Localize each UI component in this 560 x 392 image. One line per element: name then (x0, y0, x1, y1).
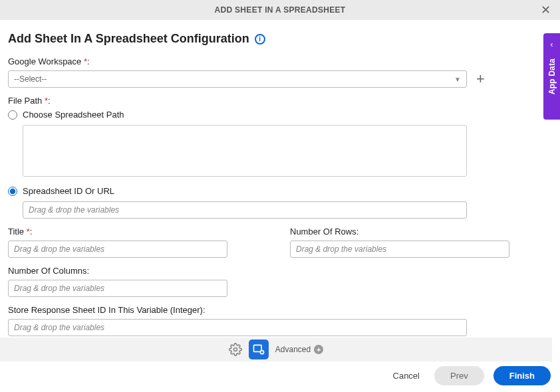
title-label: Title *: (8, 227, 270, 237)
advanced-toggle[interactable]: Advanced + (275, 345, 323, 354)
radio-spreadsheet-id-label[interactable]: Spreadsheet ID Or URL (23, 186, 114, 196)
bottom-toolbar: Advanced + (0, 338, 552, 361)
store-var-label: Store Response Sheet ID In This Variable… (8, 305, 552, 315)
num-cols-field: Number Of Columns: (8, 266, 552, 297)
cancel-button[interactable]: Cancel (388, 367, 425, 385)
spreadsheet-id-input-wrap (23, 201, 552, 219)
spreadsheet-id-input[interactable] (23, 201, 467, 219)
dialog-header: ADD SHEET IN A SPREADSHEET ✕ (0, 0, 560, 20)
title-field: Title *: (8, 227, 270, 258)
file-path-field: File Path *: Choose Spreadsheet Path Spr… (8, 96, 552, 219)
radio-spreadsheet-id[interactable] (8, 187, 17, 196)
dialog-title: ADD SHEET IN A SPREADSHEET (215, 5, 346, 15)
app-data-side-tab[interactable]: ‹ App Data (543, 33, 560, 120)
workspace-select-value: --Select-- (14, 74, 47, 84)
add-workspace-icon[interactable]: + (474, 72, 488, 86)
file-path-label: File Path *: (8, 96, 552, 106)
num-cols-label: Number Of Columns: (8, 266, 552, 276)
num-rows-input[interactable] (290, 241, 509, 258)
choose-path-area-wrap (23, 125, 552, 177)
side-tab-label: App Data (547, 58, 557, 94)
prev-button[interactable]: Prev (434, 366, 484, 385)
google-workspace-label: Google Workspace *: (8, 56, 552, 66)
radio-choose-path-label[interactable]: Choose Spreadsheet Path (23, 110, 124, 120)
num-cols-input[interactable] (8, 280, 227, 297)
close-icon[interactable]: ✕ (537, 3, 555, 17)
content-area: Add Sheet In A Spreadsheet Configuration… (0, 20, 560, 351)
title-input[interactable] (8, 241, 227, 258)
info-icon[interactable]: i (255, 34, 265, 45)
store-var-input[interactable] (8, 319, 467, 336)
chevron-down-icon: ▼ (454, 76, 461, 83)
num-rows-field: Number Of Rows: (290, 227, 552, 258)
radio-choose-path-row: Choose Spreadsheet Path (8, 110, 552, 120)
finish-button[interactable]: Finish (493, 366, 551, 385)
choose-path-dropzone[interactable] (23, 125, 467, 177)
chevron-left-icon: ‹ (551, 40, 553, 49)
radio-spreadsheet-id-row: Spreadsheet ID Or URL (8, 186, 552, 196)
footer-buttons: Cancel Prev Finish (388, 366, 551, 385)
advanced-label-text: Advanced (275, 345, 311, 354)
page-title-row: Add Sheet In A Spreadsheet Configuration… (8, 32, 552, 46)
page-title: Add Sheet In A Spreadsheet Configuration (8, 32, 249, 46)
svg-rect-1 (253, 345, 261, 351)
title-rows-row: Title *: Number Of Rows: (8, 227, 552, 266)
screen-add-icon[interactable] (249, 340, 269, 359)
workspace-select-row: --Select-- ▼ + (8, 70, 552, 88)
workspace-select[interactable]: --Select-- ▼ (8, 70, 467, 88)
radio-choose-path[interactable] (8, 110, 17, 120)
svg-point-0 (233, 348, 237, 351)
num-rows-label: Number Of Rows: (290, 227, 552, 237)
plus-circle-icon: + (314, 345, 323, 354)
gear-icon[interactable] (229, 343, 242, 356)
google-workspace-field: Google Workspace *: --Select-- ▼ + (8, 56, 552, 88)
store-var-field: Store Response Sheet ID In This Variable… (8, 305, 552, 336)
